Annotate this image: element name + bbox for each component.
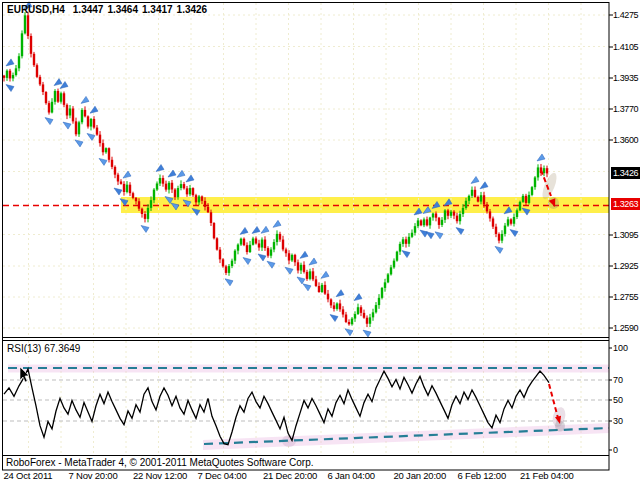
fractal-up-icon [60,81,68,88]
gridlines-layer [3,3,609,454]
fractal-down-icon [285,267,293,274]
rsi-lower-channel-line [204,428,609,444]
price-axis-label: 1.3095 [613,230,638,240]
rsi-indicator-label: RSI(13) 67.3649 [7,343,80,354]
price-axis-label: 1.3935 [613,73,638,83]
rsi-forecast-arrowhead [555,416,561,424]
rsi-axis-label: 100 [613,343,628,353]
fractal-down-icon [243,258,251,265]
fractal-down-icon [63,122,71,129]
fractal-up-icon [300,251,308,258]
fractal-up-icon [480,182,488,189]
fractal-down-icon [114,188,122,195]
frame-layer [3,3,614,471]
fractal-down-icon [510,230,518,237]
rsi-axis-label: 30 [613,416,623,426]
fractal-down-icon [267,261,275,268]
fractal-up-icon [321,271,329,278]
time-axis-label: 24 Oct 2011 [4,470,53,480]
fractal-up-icon [123,171,131,178]
fractal-down-icon [420,230,428,237]
price-axis-label: 1.4275 [613,10,638,20]
time-axis-label: 6 Jan 04:00 [328,470,375,480]
fractal-down-icon [345,329,353,336]
fractal-down-icon [330,315,338,322]
price-axis-label: 1.4105 [613,42,638,52]
time-axis-label: 21 Dec 20:00 [263,470,317,480]
rsi-axis-label: 0 [613,445,618,455]
fractal-down-icon [495,246,503,253]
fractal-down-icon [75,140,83,147]
time-axis-label: 7 Dec 04:00 [198,470,247,480]
cursor-layer [20,367,29,382]
candles-layer [3,12,548,327]
fractal-up-icon [471,176,479,183]
chart-title: EURUSD,H41.34471.34641.34171.3426 [7,4,211,15]
rsi-axis-label: 50 [613,395,623,405]
fractal-arrows-layer [6,2,545,337]
rsi-line [4,369,549,445]
time-axis-label: 6 Feb 12:00 [458,470,507,480]
price-axis-label: 1.2755 [613,292,638,302]
time-axis-label: 20 Jan 20:00 [394,470,447,480]
fractal-up-icon [273,220,281,227]
fractal-up-icon [81,96,89,103]
fractal-down-icon [426,232,434,239]
fractal-down-icon [225,279,233,286]
fractal-down-icon [87,133,95,140]
price-axis-label: 1.2590 [613,323,638,333]
fractal-up-icon [261,226,269,233]
fractal-up-icon [54,79,62,86]
rsi-axis-label: 70 [613,375,623,385]
fractal-up-icon [177,170,185,177]
fractal-down-icon [363,330,371,337]
mouse-cursor-icon [20,367,29,382]
chart-canvas[interactable] [0,0,640,480]
fractal-up-icon [168,170,176,177]
copyright-text: RoboForex - MetaTrader 4, © 2001-2011 Me… [6,457,314,468]
price-axis-label: 1.2925 [613,261,638,271]
target-price-badge: 1.3263 [611,198,640,210]
fractal-down-icon [297,277,305,284]
time-axis-label: 21 Feb 04:00 [520,470,574,480]
open-value: 1.3447 [73,4,104,15]
fractal-down-icon [435,232,443,239]
fractal-down-icon [141,225,149,232]
high-value: 1.3464 [107,4,138,15]
mt4-chart-window: EURUSD,H41.34471.34641.34171.3426 RSI(13… [0,0,640,480]
fractal-up-icon [252,226,260,233]
fractal-up-icon [90,106,98,113]
support-zone-highlight [121,197,609,213]
fractal-down-icon [303,284,311,291]
fractal-down-icon [99,158,107,165]
fractal-up-icon [336,290,344,297]
fractal-up-icon [186,175,194,182]
fractal-up-icon [537,154,545,161]
symbol-period-label: EURUSD,H4 [7,4,65,15]
fractal-up-icon [6,59,14,66]
fractal-down-icon [6,85,14,92]
price-axis-label: 1.3600 [613,135,638,145]
rsi-layer [3,365,609,451]
fractal-up-icon [240,227,248,234]
time-axis-label: 22 Nov 12:00 [133,470,187,480]
fractal-up-icon [156,165,164,172]
current-price-badge: 1.3426 [611,167,640,179]
fractal-down-icon [258,254,266,261]
fractal-down-icon [456,228,464,235]
low-value: 1.3417 [142,4,173,15]
fractal-down-icon [402,251,410,258]
fractal-up-icon [309,258,317,265]
price-axis-label: 1.3770 [613,104,638,114]
fractal-down-icon [45,118,53,125]
time-axis-label: 7 Nov 20:00 [69,470,118,480]
fractal-up-icon [354,294,362,301]
close-value: 1.3426 [177,4,208,15]
